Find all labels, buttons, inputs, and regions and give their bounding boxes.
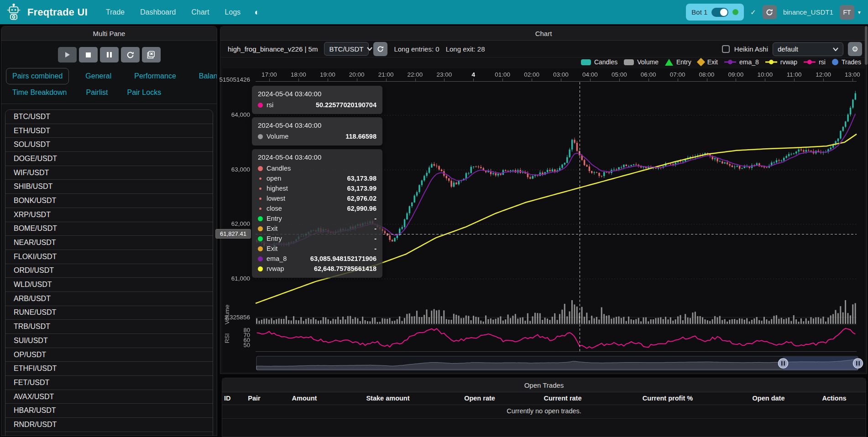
divider (1, 104, 217, 104)
pair-row-fet[interactable]: FET/USDT (5, 376, 213, 390)
entry-marker-icon (665, 59, 673, 66)
freqtrade-app: { "colors": { "navbar": "#0b8fa0", "acce… (0, 0, 868, 437)
pair-row-ordi[interactable]: ORDI/USDT (5, 264, 213, 278)
pair-row-rndr[interactable]: RNDR/USDT (5, 418, 213, 432)
open-trades-title: Open Trades (222, 378, 866, 392)
chart-legend: CandlesVolumeEntryExitema_8rvwaprsiTrade… (581, 58, 861, 66)
divider (222, 418, 866, 419)
legend-label: Candles (594, 58, 617, 66)
pair-row-bome[interactable]: BOME/USDT (5, 222, 213, 236)
bot-selector[interactable]: Bot 1 (686, 4, 744, 21)
legend-trades[interactable]: Trades (832, 58, 861, 66)
reload-bot-button[interactable] (763, 5, 777, 19)
sidebar-tabs: Pairs combinedGeneralPerformanceBalance … (1, 67, 217, 101)
pair-row-rune[interactable]: RUNE/USDT (5, 306, 213, 320)
refresh-chart-button[interactable] (373, 42, 387, 56)
user-avatar[interactable]: FT (840, 5, 854, 20)
pair-list: BTC/USDTETH/USDTSOL/USDTDOGE/USDTWIF/USD… (5, 109, 213, 436)
plot-settings-gear-button[interactable]: ⚙ (848, 42, 862, 56)
page-scrollbar-thumb[interactable] (865, 26, 868, 65)
exit-marker-icon (696, 58, 705, 67)
legend-volume[interactable]: Volume (624, 58, 659, 66)
chevron-down-icon (833, 47, 838, 51)
pair-row-bonk[interactable]: BONK/USDT (5, 194, 213, 208)
pair-select-value: BTC/USDT (329, 45, 363, 53)
pair-row-btc[interactable]: BTC/USDT (5, 110, 213, 124)
pair-row-xrp[interactable]: XRP/USDT (5, 208, 213, 222)
col-header-pair: Pair (248, 395, 260, 402)
stop-bot-button[interactable] (79, 47, 98, 62)
reload-config-button[interactable] (121, 47, 140, 62)
multi-pane-title: Multi Pane (1, 26, 217, 41)
legend-label: Entry (676, 58, 691, 66)
legend-candles[interactable]: Candles (581, 58, 617, 66)
tab-pairs-combined[interactable]: Pairs combined (6, 68, 69, 84)
pair-row-shib[interactable]: SHIB/USDT (5, 180, 213, 194)
long-entries-count: Long entries: 0 (394, 45, 439, 53)
nav-link-dashboard[interactable]: Dashboard (140, 8, 176, 16)
pause-bot-button[interactable] (100, 47, 119, 62)
tab-balance[interactable]: Balance (193, 68, 217, 84)
rvwap-marker-icon (765, 59, 777, 65)
bot-toggle[interactable] (711, 8, 728, 17)
col-header-current-rate: Current rate (544, 395, 582, 402)
theme-toggle-icon[interactable]: ◐ (254, 7, 259, 17)
bot-name: Bot 1 (691, 8, 707, 16)
pair-select[interactable]: BTC/USDT (324, 42, 369, 56)
pair-row-avax[interactable]: AVAX/USDT (5, 390, 213, 404)
nav-link-chart[interactable]: Chart (191, 8, 209, 16)
chart-panel: Chart high_frog_binance_v226 | 5m BTC/US… (220, 26, 867, 374)
col-header-id: ID (224, 395, 231, 402)
col-header-open-rate: Open rate (464, 395, 495, 402)
pair-row-ethfi[interactable]: ETHFI/USDT (5, 362, 213, 376)
tab-performance[interactable]: Performance (128, 68, 183, 84)
plot-background (222, 68, 865, 372)
pair-row-floki[interactable]: FLOKI/USDT (5, 250, 213, 264)
chart-controls: high_frog_binance_v226 | 5m BTC/USDT Lon… (220, 41, 867, 57)
user-menu-caret-icon[interactable]: ▾ (858, 9, 861, 16)
pair-row-doge[interactable]: DOGE/USDT (5, 152, 213, 166)
forget-layout-button[interactable] (142, 47, 161, 62)
navbar-right: Bot 1 ✓ binance_USDT1 FT ▾ (686, 0, 861, 24)
pair-row-trb[interactable]: TRB/USDT (5, 320, 213, 334)
nav-links: TradeDashboardChartLogs (106, 8, 241, 16)
tab-pair-locks[interactable]: Pair Locks (120, 84, 167, 101)
col-header-open-date: Open date (753, 395, 785, 402)
pair-row-hbar[interactable]: HBAR/USDT (5, 404, 213, 418)
multi-pane-panel: Multi Pane Pairs combinedGeneralPerforma… (1, 26, 217, 436)
legend-label: ema_8 (739, 58, 759, 66)
tab-time-breakdown[interactable]: Time Breakdown (6, 84, 73, 101)
legend-exit[interactable]: Exit (698, 58, 718, 66)
col-header-current-profit-: Current profit % (643, 395, 693, 402)
pair-row-sol[interactable]: SOL/USDT (5, 138, 213, 152)
tab-pairlist[interactable]: Pairlist (79, 84, 114, 101)
bot-control-buttons (1, 41, 217, 67)
tab-general[interactable]: General (79, 68, 118, 84)
pair-row-arb[interactable]: ARB/USDT (5, 292, 213, 306)
rsi-marker-icon (804, 59, 816, 65)
legend-rvwap[interactable]: rvwap (765, 58, 797, 66)
start-bot-button[interactable] (58, 47, 77, 62)
nav-link-logs[interactable]: Logs (225, 8, 241, 16)
pair-row-eth[interactable]: ETH/USDT (5, 124, 213, 138)
pair-row-wif[interactable]: WIF/USDT (5, 166, 213, 180)
pair-row-near[interactable]: NEAR/USDT (5, 236, 213, 250)
trades-marker-icon (832, 59, 838, 65)
pair-row-op[interactable]: OP/USDT (5, 348, 213, 362)
plot-config-select[interactable]: default (773, 42, 843, 56)
signal-counts: Long entries: 0 Long exit: 28 (394, 45, 485, 53)
col-header-stake-amount: Stake amount (366, 395, 409, 402)
open-trades-header-row: IDPairAmountStake amountOpen rateCurrent… (222, 392, 866, 405)
heikin-ashi-checkbox[interactable] (722, 45, 730, 53)
chart-panel-title: Chart (220, 26, 867, 41)
nav-link-trade[interactable]: Trade (106, 8, 125, 16)
legend-rsi[interactable]: rsi (804, 58, 826, 66)
legend-entry[interactable]: Entry (665, 58, 691, 66)
logged-in-bot: binance_USDT1 (783, 8, 833, 16)
legend-ema_8[interactable]: ema_8 (724, 58, 759, 66)
volume-marker-icon (624, 59, 634, 65)
long-exits-count: Long exit: 28 (446, 45, 485, 53)
pair-row-ar[interactable]: AR/USDT (5, 432, 213, 436)
pair-row-wld[interactable]: WLD/USDT (5, 278, 213, 292)
pair-row-sui[interactable]: SUI/USDT (5, 334, 213, 348)
